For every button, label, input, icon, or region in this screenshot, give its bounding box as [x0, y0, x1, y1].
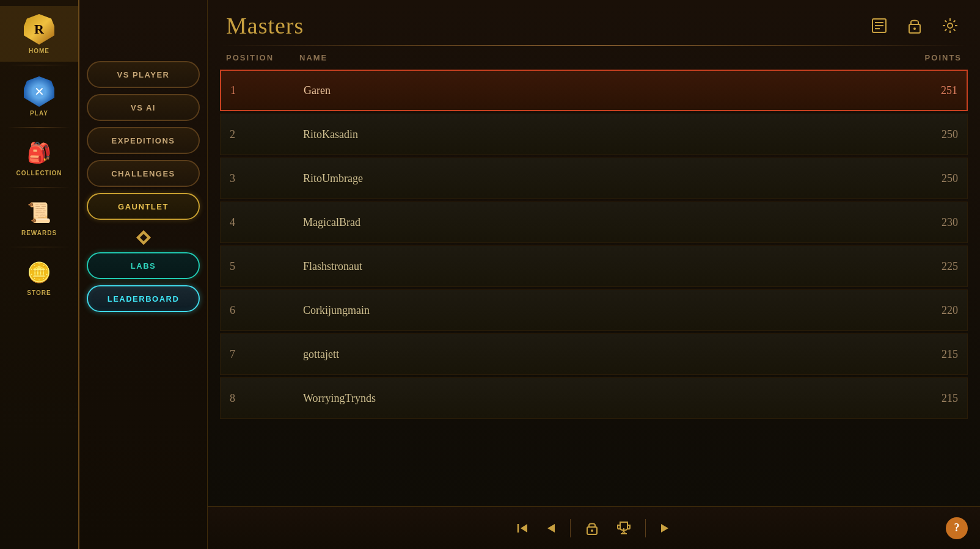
svg-marker-10: [521, 524, 527, 533]
row-points: 250: [885, 172, 958, 185]
sidebar-label-play: PLAY: [30, 110, 48, 117]
col-header-position: POSITION: [226, 53, 299, 62]
trophy-mode-button[interactable]: [610, 515, 637, 542]
table-row[interactable]: 6 Corkijungmain 220: [220, 289, 968, 331]
help-button[interactable]: ?: [946, 517, 968, 539]
table-row[interactable]: 2 RitoKasadin 250: [220, 114, 968, 155]
expeditions-button[interactable]: EXPEDITIONS: [87, 127, 200, 154]
trophy-icon: [616, 520, 632, 536]
row-position: 7: [230, 348, 303, 361]
row-name: Garen: [304, 84, 884, 97]
sidebar-item-store[interactable]: 🪙 STORE: [0, 250, 78, 304]
row-position: 3: [230, 172, 303, 185]
row-points: 230: [885, 216, 958, 229]
first-page-icon: [516, 522, 528, 534]
gear-icon: [941, 16, 959, 35]
next-page-button[interactable]: [654, 517, 677, 540]
row-name: MagicalBrad: [303, 216, 885, 229]
labs-decorator: [130, 229, 157, 246]
leaderboard-button[interactable]: LEADERBOARD: [87, 285, 200, 312]
labs-diamond-icon: [135, 229, 152, 246]
row-position: 5: [230, 260, 303, 273]
table-header: POSITION NAME POINTS: [208, 46, 980, 70]
row-points: 220: [885, 304, 958, 317]
sidebar-item-rewards[interactable]: 📜 REWARDS: [0, 191, 78, 244]
table-row[interactable]: 5 Flashstronaut 225: [220, 245, 968, 287]
row-name: RitoKasadin: [303, 128, 885, 141]
sidebar-divider-1: [8, 65, 70, 65]
store-icon: 🪙: [24, 258, 54, 287]
row-name: Flashstronaut: [303, 260, 885, 273]
gear-icon-button[interactable]: [938, 14, 962, 37]
row-position: 6: [230, 304, 303, 317]
collection-icon: 🎒: [24, 138, 54, 167]
table-row[interactable]: 8 WorryingTrynds 215: [220, 377, 968, 419]
row-name: gottajett: [303, 348, 885, 361]
header-icons: [868, 14, 962, 37]
row-name: RitoUmbrage: [303, 172, 885, 185]
sidebar-divider-4: [8, 247, 70, 247]
main-content: Masters: [208, 0, 980, 549]
labs-icon-area: [130, 229, 157, 246]
svg-marker-11: [547, 524, 555, 533]
svg-point-13: [591, 529, 593, 532]
sidebar-item-home[interactable]: R HOME: [0, 6, 78, 62]
svg-point-8: [948, 23, 953, 28]
pagination-controls: [511, 515, 677, 542]
gauntlet-button[interactable]: GAUNTLET: [87, 193, 200, 220]
challenges-button[interactable]: CHALLENGES: [87, 160, 200, 187]
vs-player-button[interactable]: VS PLAYER: [87, 61, 200, 88]
prev-page-icon: [545, 523, 556, 534]
play-icon: ✕: [23, 76, 55, 107]
row-points: 225: [885, 260, 958, 273]
sidebar-label-collection: COLLECTION: [16, 170, 62, 176]
pagination-divider-2: [645, 519, 646, 537]
row-position: 1: [230, 84, 304, 97]
row-points: 250: [885, 128, 958, 141]
row-name: WorryingTrynds: [303, 392, 885, 405]
sidebar-label-home: HOME: [29, 48, 49, 54]
main-header: Masters: [208, 0, 980, 45]
sidebar: R HOME ✕ PLAY 🎒 COLLECTION 📜 REWARDS 🪙 S…: [0, 0, 79, 549]
lock-mode-button[interactable]: [579, 515, 605, 542]
table-row[interactable]: 4 MagicalBrad 230: [220, 202, 968, 243]
bottom-bar: ?: [208, 506, 980, 549]
home-icon: R: [23, 13, 55, 45]
nav-panel: VS PLAYER VS AI EXPEDITIONS CHALLENGES G…: [79, 0, 208, 549]
pagination-divider: [570, 519, 571, 537]
col-header-points: POINTS: [888, 53, 962, 62]
row-points: 215: [885, 348, 958, 361]
col-header-name: NAME: [299, 53, 888, 62]
scroll-icon-button[interactable]: [868, 14, 891, 37]
row-position: 4: [230, 216, 303, 229]
scroll-icon: [870, 16, 888, 35]
sidebar-divider-2: [8, 127, 70, 128]
table-row[interactable]: 7 gottajett 215: [220, 333, 968, 375]
svg-marker-18: [661, 524, 668, 533]
labs-button[interactable]: LABS: [87, 252, 200, 279]
vs-ai-button[interactable]: VS AI: [87, 94, 200, 121]
row-points: 251: [884, 84, 957, 97]
sidebar-item-play[interactable]: ✕ PLAY: [0, 68, 78, 124]
sidebar-label-rewards: REWARDS: [21, 230, 57, 236]
row-name: Corkijungmain: [303, 304, 885, 317]
lock-mode-icon: [585, 520, 599, 536]
leaderboard-table: 1 Garen 251 2 RitoKasadin 250 3 RitoUmbr…: [208, 70, 980, 421]
table-row[interactable]: 3 RitoUmbrage 250: [220, 158, 968, 199]
lock-icon: [905, 16, 924, 35]
row-points: 215: [885, 392, 958, 405]
svg-point-7: [913, 27, 916, 30]
first-page-button[interactable]: [511, 517, 534, 540]
page-title: Masters: [226, 12, 304, 39]
sidebar-item-collection[interactable]: 🎒 COLLECTION: [0, 131, 78, 184]
sidebar-divider-3: [8, 187, 70, 187]
rewards-icon: 📜: [24, 198, 54, 227]
table-row[interactable]: 1 Garen 251: [220, 70, 968, 111]
lock-icon-button[interactable]: [903, 14, 926, 37]
next-page-icon: [660, 523, 671, 534]
sidebar-label-store: STORE: [27, 289, 51, 296]
prev-page-button[interactable]: [539, 517, 562, 540]
row-position: 8: [230, 392, 303, 405]
row-position: 2: [230, 128, 303, 141]
